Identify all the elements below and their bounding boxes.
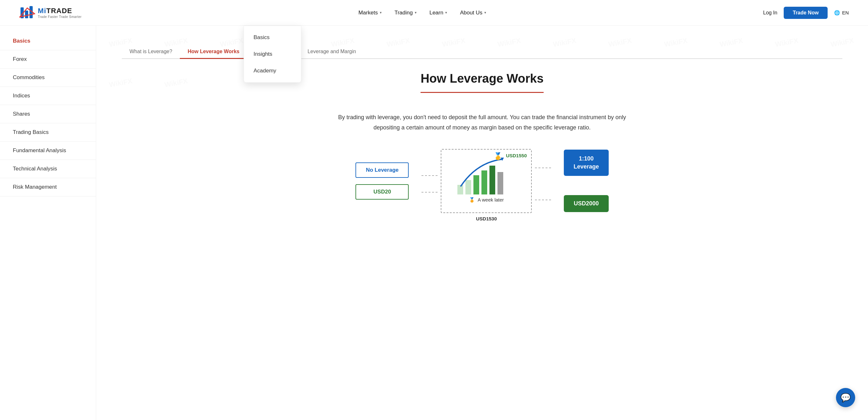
leverage-ratio-box: 1:100 Leverage: [564, 150, 608, 176]
chat-button[interactable]: 💬: [836, 388, 855, 407]
week-later-label: A week later: [477, 197, 504, 202]
logo-tagline: Trade Faster Trade Smarter: [38, 15, 82, 19]
right-output-boxes: 1:100 Leverage USD2000: [564, 150, 608, 212]
sidebar-item-shares[interactable]: Shares: [0, 105, 96, 123]
header-actions: Log In Trade Now 🌐 EN: [763, 7, 849, 19]
page-description: By trading with leverage, you don't need…: [338, 112, 626, 133]
right-connectors: [535, 162, 551, 200]
no-leverage-box: No Leverage: [355, 162, 409, 178]
connector-line: [422, 192, 437, 193]
svg-rect-7: [482, 170, 487, 194]
main-container: Basics Forex Commodities Indices Shares …: [0, 26, 868, 420]
sidebar-item-technical-analysis[interactable]: Technical Analysis: [0, 160, 96, 178]
logo-text: MiTRADE Trade Faster Trade Smarter: [38, 7, 82, 19]
usd20-box: USD20: [355, 184, 409, 200]
login-button[interactable]: Log In: [763, 10, 777, 16]
header: MiTRADE Trade Faster Trade Smarter Marke…: [0, 0, 868, 26]
connector-line: [422, 175, 437, 176]
usd1550-label: USD1550: [506, 153, 527, 158]
sidebar-item-indices[interactable]: Indices: [0, 87, 96, 105]
sidebar-item-fundamental-analysis[interactable]: Fundamental Analysis: [0, 141, 96, 160]
left-input-boxes: No Leverage USD20: [355, 162, 409, 200]
gold-stack-icon: 🥇: [494, 152, 502, 161]
svg-rect-4: [457, 185, 463, 194]
dropdown-item-academy[interactable]: Academy: [244, 62, 301, 79]
chevron-down-icon: ▾: [445, 10, 447, 15]
main-nav: Markets ▾ Trading ▾ Learn ▾ About Us ▾: [359, 8, 486, 17]
globe-icon: 🌐: [834, 10, 840, 16]
sidebar-item-forex[interactable]: Forex: [0, 50, 96, 69]
sidebar: Basics Forex Commodities Indices Shares …: [0, 26, 96, 420]
gold-icon: 🏅: [469, 197, 475, 203]
usd1530-label: USD1530: [476, 216, 497, 221]
svg-rect-9: [497, 172, 503, 194]
center-chart-box: USD1550 🥇: [441, 149, 532, 213]
language-selector[interactable]: 🌐 EN: [834, 10, 849, 16]
dropdown-item-basics[interactable]: Basics: [244, 29, 301, 46]
learn-dropdown: Basics Insights Academy: [244, 26, 301, 83]
nav-trading[interactable]: Trading ▾: [395, 8, 417, 17]
nav-about-us[interactable]: About Us ▾: [460, 8, 486, 17]
sidebar-item-commodities[interactable]: Commodities: [0, 69, 96, 87]
trade-now-button[interactable]: Trade Now: [784, 7, 828, 19]
tab-how-leverage-works[interactable]: How Leverage Works: [180, 45, 247, 58]
leverage-diagram: No Leverage USD20 USD1550 🥇: [338, 149, 626, 213]
tab-bar: What is Leverage? How Leverage Works Lev…: [122, 45, 842, 59]
logo-icon: [19, 5, 35, 21]
svg-rect-5: [465, 180, 471, 194]
chevron-down-icon: ▾: [380, 10, 382, 15]
svg-rect-6: [473, 175, 479, 194]
connector-line: [535, 167, 551, 168]
sidebar-item-basics[interactable]: Basics: [0, 32, 96, 50]
nav-markets[interactable]: Markets ▾: [359, 8, 381, 17]
main-content: WikiFX WikiFX WikiFX WikiFX WikiFX WikiF…: [96, 26, 868, 420]
week-later-row: 🏅 A week later: [451, 197, 522, 203]
svg-rect-8: [490, 166, 495, 194]
chevron-down-icon: ▾: [415, 10, 417, 15]
bar-chart-svg: [451, 156, 522, 194]
sidebar-item-risk-management[interactable]: Risk Management: [0, 178, 96, 196]
chevron-down-icon: ▾: [484, 10, 486, 15]
left-connectors: [422, 169, 437, 193]
dropdown-item-insights[interactable]: Insights: [244, 46, 301, 62]
tab-leverage-margin[interactable]: Leverage and Margin: [300, 45, 364, 58]
svg-rect-1: [25, 10, 28, 18]
logo[interactable]: MiTRADE Trade Faster Trade Smarter: [19, 5, 82, 21]
chat-icon: 💬: [840, 393, 851, 403]
usd2000-box: USD2000: [564, 195, 608, 212]
content-wrapper: What is Leverage? How Leverage Works Lev…: [122, 45, 842, 213]
sidebar-item-trading-basics[interactable]: Trading Basics: [0, 123, 96, 141]
title-wrapper: How Leverage Works: [122, 72, 842, 102]
page-title: How Leverage Works: [421, 72, 544, 93]
nav-learn[interactable]: Learn ▾: [430, 8, 447, 17]
tab-what-is-leverage[interactable]: What is Leverage?: [122, 45, 180, 58]
connector-line: [535, 200, 551, 200]
